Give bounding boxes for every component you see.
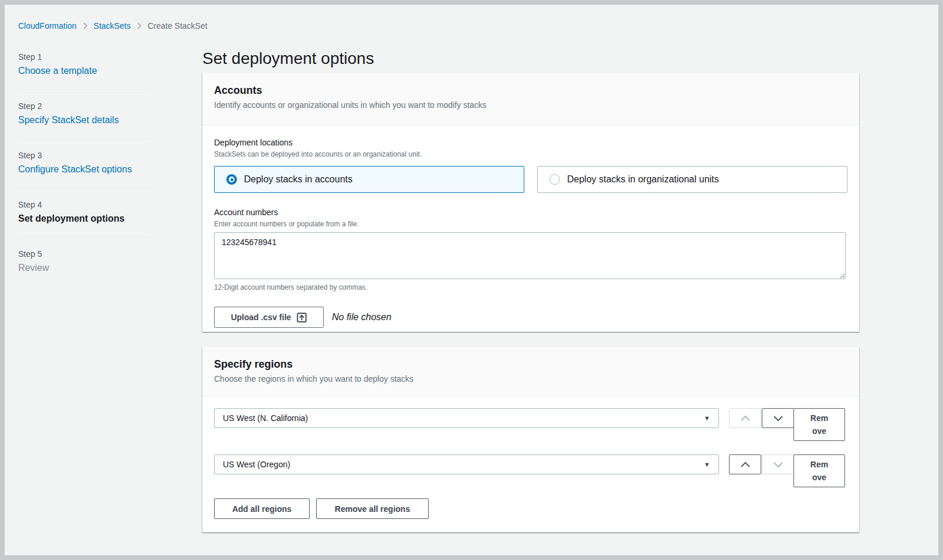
regions-card-body: US West (N. California) ▼ Remove: [202, 396, 859, 531]
region-select-1[interactable]: US West (N. California) ▼: [214, 408, 719, 428]
file-chosen-status: No file chosen: [332, 312, 391, 323]
caret-down-icon: ▼: [704, 461, 710, 468]
remove-region-button[interactable]: Remove: [793, 454, 845, 487]
radio-tile-label: Deploy stacks in organizational units: [567, 174, 719, 185]
page: CloudFormation StackSets Create StackSet…: [5, 5, 938, 555]
radio-tile-deploy-accounts[interactable]: Deploy stacks in accounts: [214, 166, 524, 193]
regions-card-description: Choose the regions in which you want to …: [214, 373, 847, 385]
region-select-1-value: US West (N. California): [223, 413, 308, 423]
breadcrumb-link-cloudformation[interactable]: CloudFormation: [18, 20, 77, 32]
step-1-link[interactable]: Choose a template: [18, 65, 150, 77]
region-row-1: US West (N. California) ▼ Remove: [214, 408, 847, 441]
step-1-number: Step 1: [18, 52, 150, 62]
step-4-block: Step 4 Set deployment options: [18, 199, 150, 237]
regions-card-title: Specify regions: [214, 357, 847, 371]
step-2-block: Step 2 Specify StackSet details: [18, 101, 150, 139]
add-all-regions-button[interactable]: Add all regions: [214, 498, 310, 519]
step-3-block: Step 3 Configure StackSet options: [18, 150, 150, 188]
regions-card-header: Specify regions Choose the regions in wh…: [202, 347, 859, 396]
chevron-right-icon: [137, 22, 142, 30]
step-3-link[interactable]: Configure StackSet options: [18, 163, 150, 176]
radio-selected-icon[interactable]: [226, 174, 237, 185]
step-2-link[interactable]: Specify StackSet details: [18, 114, 150, 127]
breadcrumb-current: Create StackSet: [148, 20, 208, 32]
wizard-steps-nav: Step 1 Choose a template Step 2 Specify …: [18, 52, 150, 297]
region-select-2[interactable]: US West (Oregon) ▼: [214, 454, 719, 474]
step-4-current: Set deployment options: [18, 212, 150, 225]
remove-region-button[interactable]: Remove: [793, 408, 845, 441]
step-1-block: Step 1 Choose a template: [18, 52, 150, 90]
move-region-down-button[interactable]: [762, 454, 794, 474]
specify-regions-card: Specify regions Choose the regions in wh…: [202, 347, 859, 532]
deployment-location-tiles: Deploy stacks in accounts Deploy stacks …: [214, 166, 847, 193]
upload-icon: [297, 313, 307, 323]
step-2-number: Step 2: [18, 101, 150, 111]
step-3-number: Step 3: [18, 150, 150, 161]
account-numbers-input[interactable]: 123245678941: [214, 232, 846, 279]
page-title: Set deployment options: [202, 48, 374, 69]
move-region-up-button[interactable]: [729, 408, 761, 428]
bulk-region-buttons: Add all regions Remove all regions: [214, 498, 847, 519]
remove-all-regions-button[interactable]: Remove all regions: [316, 498, 429, 519]
step-5-number: Step 5: [18, 249, 150, 259]
deployment-locations-label: Deployment locations: [214, 137, 847, 148]
breadcrumb-link-stacksets[interactable]: StackSets: [94, 20, 131, 32]
region-select-2-value: US West (Oregon): [223, 460, 290, 469]
account-numbers-description: Enter account numbers or populate from a…: [214, 219, 847, 229]
account-numbers-label: Account numbers: [214, 206, 847, 218]
radio-tile-label: Deploy stacks in accounts: [244, 174, 352, 185]
accounts-card-description: Identify accounts or organizational unit…: [214, 99, 847, 111]
chevron-up-icon: [740, 461, 751, 468]
accounts-card: Accounts Identify accounts or organizati…: [202, 73, 859, 332]
accounts-card-title: Accounts: [214, 83, 847, 97]
deployment-locations-description: StackSets can be deployed into accounts …: [214, 150, 847, 159]
step-5-disabled: Review: [18, 262, 150, 274]
move-region-up-button[interactable]: [729, 454, 761, 474]
region-row-2: US West (Oregon) ▼ Remove: [214, 454, 847, 487]
account-numbers-field: Account numbers Enter account numbers or…: [214, 206, 847, 292]
account-numbers-hint: 12-Digit account numbers separated by co…: [214, 283, 847, 292]
move-region-down-button[interactable]: [762, 408, 794, 428]
step-4-number: Step 4: [18, 199, 150, 210]
chevron-up-icon: [740, 415, 751, 422]
chevron-down-icon: [773, 415, 783, 422]
step-5-block: Step 5 Review: [18, 249, 150, 286]
caret-down-icon: ▼: [704, 415, 710, 422]
upload-row: Upload .csv file No file chosen: [214, 307, 847, 328]
upload-csv-button[interactable]: Upload .csv file: [214, 307, 324, 328]
chevron-down-icon: [773, 461, 783, 468]
breadcrumb: CloudFormation StackSets Create StackSet: [18, 20, 208, 32]
accounts-card-body: Deployment locations StackSets can be de…: [202, 125, 859, 340]
radio-unselected-icon[interactable]: [549, 174, 560, 185]
accounts-card-header: Accounts Identify accounts or organizati…: [202, 73, 859, 125]
upload-csv-button-label: Upload .csv file: [231, 313, 291, 322]
chevron-right-icon: [83, 22, 88, 30]
radio-tile-deploy-organizational-units[interactable]: Deploy stacks in organizational units: [537, 166, 847, 193]
